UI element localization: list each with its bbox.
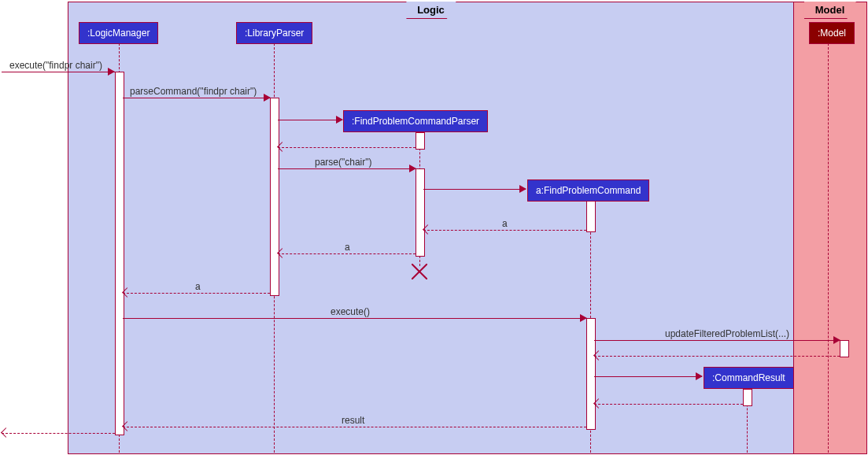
- label-m6: a: [195, 281, 201, 292]
- arrow-m3: [278, 168, 416, 169]
- arrow-m8: [594, 340, 840, 341]
- label-m4: a: [502, 218, 508, 229]
- participant-model: :Model: [809, 22, 855, 44]
- arrow-head-m3: [409, 165, 416, 172]
- activation-model: [840, 340, 849, 357]
- arrow-m7: [123, 318, 586, 319]
- arrow-m2: [123, 98, 270, 98]
- arrow-ret-cr: [594, 404, 743, 405]
- arrow-m4: [423, 230, 586, 231]
- arrow-m1: [2, 72, 115, 72]
- arrow-head-create-fpc: [519, 185, 526, 193]
- arrow-m6: [123, 293, 270, 294]
- arrow-create-fpcp: [278, 120, 342, 120]
- participant-find-problem-command: a:FindProblemCommand: [527, 179, 649, 202]
- arrow-head-m7: [580, 314, 587, 322]
- frame-model-label: Model: [804, 2, 857, 19]
- label-m1: execute("findpr chair"): [9, 60, 102, 71]
- arrow-m5: [278, 253, 416, 254]
- arrow-final-ret: [2, 433, 115, 434]
- arrow-head-m2: [264, 94, 271, 102]
- lifeline-model: [828, 43, 829, 453]
- label-m2: parseCommand("findpr chair"): [130, 86, 257, 97]
- label-m9: result: [342, 415, 364, 426]
- activation-fpc-1: [586, 201, 596, 232]
- arrow-create-cr: [594, 376, 702, 377]
- participant-find-problem-command-parser: :FindProblemCommandParser: [343, 110, 488, 132]
- participant-logic-manager: :LogicManager: [79, 22, 158, 44]
- label-m5: a: [345, 242, 350, 253]
- arrow-head-m8: [833, 336, 840, 344]
- activation-command-result: [743, 389, 752, 406]
- label-m7: execute(): [331, 306, 370, 317]
- arrow-head-create-cr: [696, 372, 703, 380]
- label-m3: parse("chair"): [315, 157, 372, 168]
- frame-logic-label: Logic: [406, 2, 456, 19]
- arrow-head-m1: [108, 68, 115, 76]
- activation-logic-manager: [115, 72, 124, 435]
- arrow-head-create-fpcp: [336, 116, 343, 124]
- arrow-create-fpc: [423, 189, 526, 190]
- activation-fpcp-2: [416, 168, 425, 257]
- arrow-m9: [123, 427, 586, 427]
- activation-library-parser: [270, 98, 279, 296]
- participant-command-result: :CommandResult: [704, 367, 794, 389]
- arrow-ret1: [278, 147, 416, 148]
- arrow-ret-model: [594, 356, 840, 357]
- activation-fpcp-1: [416, 132, 425, 150]
- destroy-icon: [412, 264, 427, 279]
- label-m8: updateFilteredProblemList(...): [665, 328, 789, 339]
- frame-model: Model: [793, 2, 867, 454]
- activation-fpc-2: [586, 318, 596, 430]
- participant-library-parser: :LibraryParser: [236, 22, 312, 44]
- arrow-head-final-ret: [1, 427, 11, 438]
